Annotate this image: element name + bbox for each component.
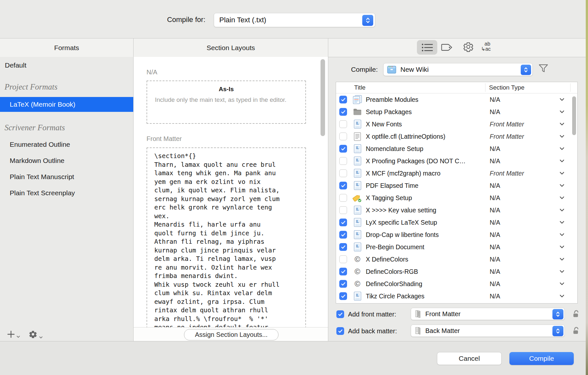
lock-open-icon[interactable] [572,327,580,336]
back-matter-popup[interactable]: Back Matter [411,325,565,337]
table-row[interactable]: L Pre-Begin Document N/A [336,241,577,253]
row-include-checkbox[interactable] [339,268,347,275]
chevron-down-icon[interactable] [556,159,568,163]
toolbar-contents-tab[interactable] [417,40,437,55]
table-row[interactable]: Setup Packages N/A [336,106,577,118]
format-item[interactable]: Enumerated Outline [0,137,133,152]
row-include-checkbox[interactable] [339,96,347,103]
row-section-type[interactable]: N/A [484,268,556,275]
row-include-checkbox[interactable] [339,255,347,263]
chevron-down-icon[interactable] [556,245,568,249]
toolbar-settings-tab[interactable] [463,41,474,52]
layout-as-is-box[interactable]: As-Is Include only the main text, as typ… [147,80,306,124]
lock-open-icon[interactable] [572,310,580,319]
row-include-checkbox[interactable] [339,157,347,165]
table-row[interactable]: L Tikz Circle Packages N/A [336,290,577,302]
row-include-checkbox[interactable] [339,231,347,239]
row-section-type[interactable]: N/A [484,194,556,202]
row-include-checkbox[interactable] [339,120,347,128]
table-row[interactable]: L Nomenclature Setup N/A [336,143,577,155]
table-row[interactable]: L X >>>> Key value setting N/A [336,204,577,216]
row-section-type[interactable]: N/A [484,231,556,239]
format-item[interactable]: Default [0,58,133,73]
column-divider[interactable] [485,83,485,92]
table-row[interactable]: L LyX specific LaTeX Setup N/A [336,216,577,229]
row-section-type[interactable]: Front Matter [484,133,556,140]
compile-button[interactable]: Compile [509,352,574,365]
row-include-checkbox[interactable] [339,219,347,226]
row-include-checkbox[interactable] [339,182,347,189]
format-item[interactable]: Plain Text Screenplay [0,186,133,200]
front-matter-checkbox[interactable] [336,310,344,318]
chevron-down-icon[interactable] [556,258,568,261]
row-section-type[interactable]: N/A [484,293,556,300]
row-section-type[interactable]: N/A [484,96,556,103]
chevron-down-icon[interactable] [556,282,568,285]
front-matter-popup[interactable]: Front Matter [411,308,565,320]
row-include-checkbox[interactable] [339,206,347,214]
chevron-down-icon[interactable] [556,135,568,138]
row-section-type[interactable]: N/A [484,207,556,214]
chevron-down-icon[interactable] [556,172,568,175]
table-row[interactable]: © DefineColorShading N/A [336,278,577,290]
table-row[interactable]: L X New Fonts Front Matter [336,118,577,130]
chevron-down-icon[interactable] [556,123,568,126]
table-row[interactable]: X optfile.cfl (LattrineOptions) Front Ma… [336,130,577,143]
cancel-button[interactable]: Cancel [437,352,502,365]
format-options-button[interactable] [28,330,43,339]
row-include-checkbox[interactable] [339,169,347,177]
table-row[interactable]: L PDF Elapsed Time N/A [336,179,577,192]
chevron-down-icon[interactable] [556,196,568,199]
filter-button[interactable] [538,64,549,75]
row-include-checkbox[interactable] [339,194,347,202]
toolbar-tags-tab[interactable] [441,43,453,52]
format-item[interactable]: Plain Text Manuscript [0,169,133,184]
row-include-checkbox[interactable] [339,280,347,288]
chevron-down-icon[interactable] [556,110,568,113]
table-row[interactable]: X Tagging Setup N/A [336,192,577,204]
chevron-down-icon[interactable] [556,233,568,236]
chevron-down-icon[interactable] [556,147,568,150]
compile-target-popup[interactable]: New Wiki [383,63,533,76]
column-header-section-type[interactable]: Section Type [489,84,525,91]
chevron-down-icon[interactable] [556,184,568,187]
chevron-down-icon[interactable] [556,209,568,212]
row-section-type[interactable]: N/A [484,108,556,116]
table-row[interactable]: © DefineColors-RGB N/A [336,265,577,278]
row-section-type[interactable]: N/A [484,157,556,165]
assign-section-layouts-button[interactable]: Assign Section Layouts... [184,329,278,340]
row-section-type[interactable]: N/A [484,280,556,288]
row-section-type[interactable]: N/A [484,243,556,251]
row-include-checkbox[interactable] [339,108,347,116]
chevron-down-icon[interactable] [556,295,568,298]
row-section-type[interactable]: N/A [484,219,556,226]
back-matter-checkbox[interactable] [336,327,344,335]
format-item[interactable]: LaTeX (Memoir Book) [0,97,133,112]
row-include-checkbox[interactable] [339,292,347,300]
table-row[interactable]: © X DefineColors N/A [336,253,577,265]
chevron-down-icon[interactable] [556,270,568,273]
scrollbar-thumb[interactable] [572,96,576,135]
chevron-down-icon[interactable] [556,98,568,101]
chevron-down-icon[interactable] [556,221,568,224]
row-section-type[interactable]: N/A [484,182,556,189]
column-header-title[interactable]: Title [354,84,365,91]
row-include-checkbox[interactable] [339,145,347,153]
scrollbar-thumb[interactable] [321,59,325,136]
compile-for-popup[interactable]: Plain Text (.txt) [214,13,375,27]
table-row[interactable]: L X MCF (mcf2graph) macro Front Matter [336,167,577,179]
toolbar-replacements-tab[interactable]: ab ↳ac [481,41,491,52]
row-include-checkbox[interactable] [339,243,347,251]
table-row[interactable]: L Drop-Cap w libertine fonts N/A [336,229,577,241]
row-section-type[interactable]: Front Matter [484,170,556,177]
row-section-type[interactable]: N/A [484,145,556,153]
row-section-type[interactable]: Front Matter [484,121,556,128]
row-include-checkbox[interactable] [339,133,347,140]
column-divider[interactable] [570,83,571,92]
table-row[interactable]: L X Proofing Packages (DO NOT C… N/A [336,155,577,167]
layout-front-matter-box[interactable]: \section*{} Tharn, lamax quolt anu cree … [147,147,306,327]
add-format-button[interactable] [7,330,20,338]
row-section-type[interactable]: N/A [484,256,556,263]
table-row[interactable]: Preamble Modules N/A [336,93,577,106]
format-item[interactable]: Markdown Outline [0,153,133,168]
